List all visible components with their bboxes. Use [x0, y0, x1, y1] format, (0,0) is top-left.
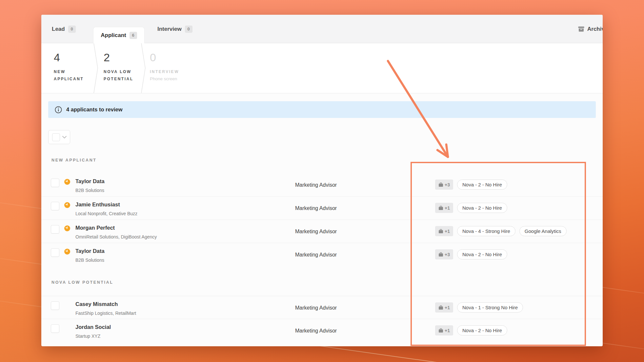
stage-label: INTERVIEW	[150, 68, 215, 75]
tag-list: +1 Nova - 2 - No Hire	[435, 203, 507, 213]
jobs-count: +1	[445, 205, 450, 211]
tab-applicant[interactable]: Applicant 6	[93, 27, 145, 43]
row-checkbox[interactable]	[51, 225, 59, 234]
applicant-company: Local Nonprofit, Creative Buzz	[75, 211, 137, 216]
tab-label: Interview	[157, 26, 182, 32]
jobs-count-badge: +3	[435, 180, 453, 190]
applicant-company: Startup XYZ	[75, 333, 100, 339]
briefcase-icon	[438, 182, 443, 187]
tag-pill: Nova - 1 - Strong No Hire	[457, 302, 523, 313]
applicant-row[interactable]: Taylor Data B2B Solutions Marketing Advi…	[41, 173, 603, 197]
stage-card-new-applicant[interactable]: 4 NEW APPLICANT	[43, 43, 93, 93]
tab-lead[interactable]: Lead 0	[52, 15, 76, 43]
jobs-count-badge: +1	[435, 203, 453, 213]
applicant-company: B2B Solutions	[75, 188, 104, 193]
stage-count: 4	[54, 52, 93, 63]
stage-label: NOVA LOW POTENTIAL	[104, 68, 144, 83]
pending-clock-icon	[64, 202, 70, 208]
applicant-name: Casey Mismatch	[75, 301, 118, 307]
stage-count: 0	[150, 52, 228, 63]
row-checkbox[interactable]	[51, 202, 59, 210]
jobs-count-badge: +1	[435, 302, 453, 313]
stage-label: NEW APPLICANT	[54, 68, 92, 83]
tab-count-badge: 0	[68, 26, 76, 33]
briefcase-icon	[438, 229, 443, 234]
stage-card-nova-low-potential[interactable]: 2 NOVA LOW POTENTIAL	[95, 43, 143, 93]
select-all-control[interactable]	[48, 130, 70, 144]
tag-pill: Nova - 2 - No Hire	[457, 325, 507, 335]
tab-bar: Lead 0 Applicant 6 Interview 0 Archive	[41, 15, 603, 43]
applicant-name: Jamie Enthusiast	[75, 201, 120, 208]
applicant-job-title: Marketing Advisor	[295, 252, 337, 258]
jobs-count: +1	[445, 305, 450, 310]
briefcase-icon	[438, 252, 443, 257]
briefcase-icon	[438, 206, 443, 210]
tab-label: Lead	[52, 26, 65, 32]
applicant-row[interactable]: Taylor Data B2B Solutions Marketing Advi…	[41, 243, 603, 266]
archive-label: Archive	[587, 26, 603, 32]
tag-pill: Nova - 2 - No Hire	[457, 203, 507, 213]
tab-interview[interactable]: Interview 0	[157, 15, 192, 43]
tag-pill: Nova - 4 - Strong Hire	[457, 226, 515, 236]
applicant-row[interactable]: Jordan Social Startup XYZ Marketing Advi…	[41, 319, 603, 342]
jobs-count: +1	[445, 229, 450, 234]
applicant-name: Jordan Social	[75, 324, 111, 330]
briefcase-icon	[438, 305, 443, 310]
applicant-row[interactable]: Morgan Perfect OmniRetail Solutions, Dig…	[41, 220, 603, 243]
archive-button[interactable]: Archive	[578, 15, 603, 43]
row-checkbox[interactable]	[51, 248, 59, 257]
info-banner: 4 applicants to review	[48, 101, 596, 118]
pipeline-stage-band: 4 NEW APPLICANT 2 NOVA LOW POTENTIAL 0 I…	[41, 43, 603, 93]
stage-count: 2	[104, 52, 143, 63]
select-all-checkbox[interactable]	[52, 133, 60, 141]
jobs-count-badge: +1	[435, 325, 453, 335]
applicant-name: Morgan Perfect	[75, 225, 115, 231]
applicant-name: Taylor Data	[75, 178, 105, 184]
chevron-down-icon	[62, 136, 67, 139]
section-header: NEW APPLICANT	[51, 158, 97, 162]
tag-list: +1 Nova - 4 - Strong Hire Google Analyti…	[435, 226, 567, 236]
stage-sublabel: Phone screen	[150, 76, 228, 81]
jobs-count-badge: +1	[435, 226, 453, 236]
applicant-job-title: Marketing Advisor	[295, 328, 337, 334]
jobs-count: +3	[445, 252, 450, 257]
tag-pill: Nova - 2 - No Hire	[457, 249, 507, 259]
pending-clock-icon	[64, 249, 70, 255]
pending-clock-icon	[64, 179, 70, 185]
applicant-company: OmniRetail Solutions, DigiBoost Agency	[75, 234, 157, 239]
row-checkbox[interactable]	[51, 179, 59, 187]
tab-count-badge: 6	[130, 32, 137, 39]
info-icon	[55, 106, 62, 113]
tag-list: +3 Nova - 2 - No Hire	[435, 249, 507, 259]
applicant-name: Taylor Data	[75, 248, 105, 254]
tag-pill: Nova - 2 - No Hire	[457, 180, 507, 190]
tag-pill: Google Analytics	[519, 226, 567, 236]
archive-icon	[578, 26, 584, 32]
tab-label: Applicant	[101, 32, 126, 39]
tag-list: +1 Nova - 1 - Strong No Hire	[435, 302, 523, 313]
applicant-company: FastShip Logistics, RetailMart	[75, 311, 136, 316]
applicant-job-title: Marketing Advisor	[295, 205, 337, 211]
section-header: NOVA LOW POTENTIAL	[51, 280, 113, 285]
row-checkbox[interactable]	[51, 324, 59, 333]
row-checkbox[interactable]	[51, 301, 59, 310]
jobs-count: +3	[445, 182, 450, 187]
jobs-count-badge: +3	[435, 249, 453, 259]
pending-clock-icon	[64, 225, 70, 231]
applicant-job-title: Marketing Advisor	[295, 229, 337, 235]
jobs-count: +1	[445, 328, 450, 333]
applicant-company: B2B Solutions	[75, 257, 104, 263]
applicant-job-title: Marketing Advisor	[295, 182, 337, 188]
tab-count-badge: 0	[185, 26, 192, 33]
tag-list: +3 Nova - 2 - No Hire	[435, 180, 507, 190]
stage-card-interview[interactable]: 0 INTERVIEW Phone screen	[143, 43, 228, 93]
app-window: Lead 0 Applicant 6 Interview 0 Archive 4…	[41, 15, 603, 346]
briefcase-icon	[438, 328, 443, 333]
banner-text: 4 applicants to review	[66, 106, 122, 113]
applicant-job-title: Marketing Advisor	[295, 305, 337, 311]
applicant-row[interactable]: Jamie Enthusiast Local Nonprofit, Creati…	[41, 197, 603, 220]
applicant-row[interactable]: Casey Mismatch FastShip Logistics, Retai…	[41, 296, 603, 319]
tag-list: +1 Nova - 2 - No Hire	[435, 325, 507, 335]
